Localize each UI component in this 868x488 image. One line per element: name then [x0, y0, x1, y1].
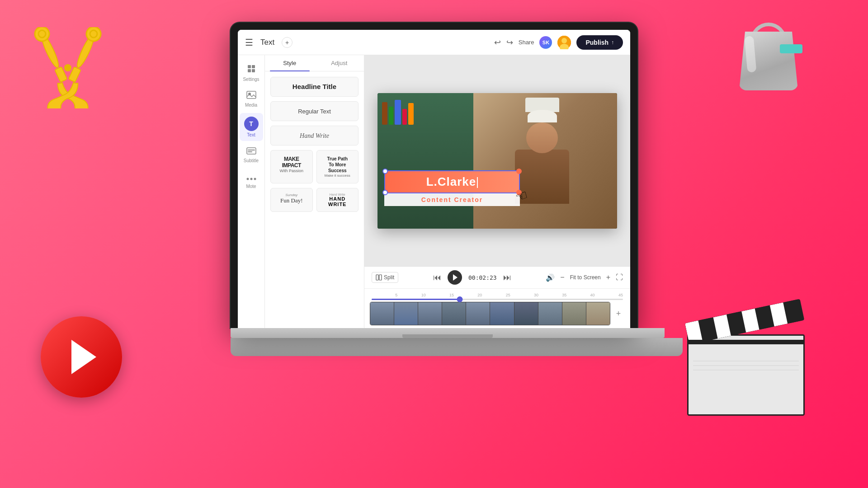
youtube-decoration [41, 316, 131, 407]
text-style-sunday[interactable]: Sunday Fun Day! [270, 188, 313, 212]
sidebar-item-more[interactable]: Mote [240, 169, 263, 192]
tab-adjust[interactable]: Adjust [315, 55, 364, 71]
video-preview: L.Clarke Content Creator [377, 93, 617, 229]
split-button[interactable]: Split [372, 272, 398, 283]
sidebar: Settings Media [238, 55, 265, 328]
play-button[interactable] [448, 270, 462, 285]
volume-icon[interactable]: 🔊 [546, 273, 555, 282]
svg-rect-13 [252, 65, 255, 68]
laptop-container: ☰ Text + ↩ ↪ Share SK [185, 23, 683, 452]
svg-rect-25 [379, 275, 382, 280]
text-overlay[interactable]: L.Clarke Content Creator [384, 170, 520, 206]
page-title: Text [260, 38, 274, 47]
text-style-handwrite2[interactable]: Hand Write HAND WRITE [316, 188, 359, 212]
clapboard-decoration [687, 316, 845, 452]
svg-rect-24 [376, 275, 378, 280]
sidebar-more-label: Mote [246, 184, 256, 189]
sidebar-item-settings[interactable]: Settings [240, 61, 263, 85]
svg-rect-16 [247, 91, 256, 99]
sidebar-settings-label: Settings [243, 77, 259, 82]
svg-point-22 [250, 178, 252, 180]
menu-icon[interactable]: ☰ [245, 37, 253, 48]
publish-button[interactable]: Publish ↑ [576, 35, 623, 50]
sidebar-item-text[interactable]: T Text [240, 113, 263, 141]
top-bar: ☰ Text + ↩ ↪ Share SK [238, 30, 630, 55]
svg-point-23 [254, 178, 256, 180]
time-display: 00:02:23 [468, 274, 497, 281]
text-style-handwrite[interactable]: Hand Write [270, 126, 359, 145]
text-style-headline[interactable]: Headline Title [270, 77, 359, 97]
zoom-in-button[interactable]: + [606, 273, 610, 282]
seekbar[interactable] [372, 299, 623, 300]
text-style-regular[interactable]: Regular Text [270, 101, 359, 121]
redo-button[interactable]: ↪ [506, 38, 513, 47]
preview-area: L.Clarke Content Creator [364, 55, 630, 328]
share-button[interactable]: Share [519, 39, 534, 46]
role-overlay-text: Content Creator [384, 193, 520, 206]
undo-button[interactable]: ↩ [494, 38, 501, 47]
fullscreen-button[interactable]: ⛶ [616, 273, 623, 282]
svg-point-8 [64, 64, 71, 71]
scissors-decoration [27, 27, 108, 108]
svg-rect-15 [252, 69, 255, 72]
svg-point-21 [246, 178, 249, 180]
svg-rect-14 [248, 69, 251, 72]
tab-style[interactable]: Style [265, 55, 315, 71]
add-clip-button[interactable]: + [612, 302, 625, 325]
bucket-decoration [732, 18, 823, 117]
zoom-out-button[interactable]: − [560, 273, 564, 282]
svg-rect-20 [248, 151, 252, 152]
fit-screen-button[interactable]: Fit to Screen [570, 274, 601, 281]
add-button[interactable]: + [282, 37, 292, 48]
svg-rect-12 [248, 65, 251, 68]
sidebar-subtitle-label: Subtitle [244, 158, 259, 163]
sidebar-item-subtitle[interactable]: Subtitle [240, 143, 263, 167]
skip-forward-button[interactable]: ⏭ [503, 273, 511, 282]
avatar-sk: SK [539, 36, 552, 49]
text-style-impact[interactable]: MAKE IMPACT With Passion [270, 150, 313, 183]
publish-arrow-icon: ↑ [611, 39, 614, 46]
sidebar-text-label: Text [247, 132, 255, 137]
avatar-user [557, 36, 571, 49]
svg-rect-18 [247, 148, 256, 154]
name-overlay-text: L.Clarke [385, 171, 519, 192]
sidebar-media-label: Media [245, 103, 257, 108]
svg-rect-19 [248, 150, 255, 150]
svg-point-10 [561, 38, 567, 43]
sidebar-item-media[interactable]: Media [240, 87, 263, 111]
skip-back-button[interactable]: ⏮ [433, 273, 441, 282]
text-style-truepath[interactable]: True PathTo More Success Make it success [316, 150, 359, 183]
text-panel: Style Adjust Headline Title Regular Text [265, 55, 364, 328]
